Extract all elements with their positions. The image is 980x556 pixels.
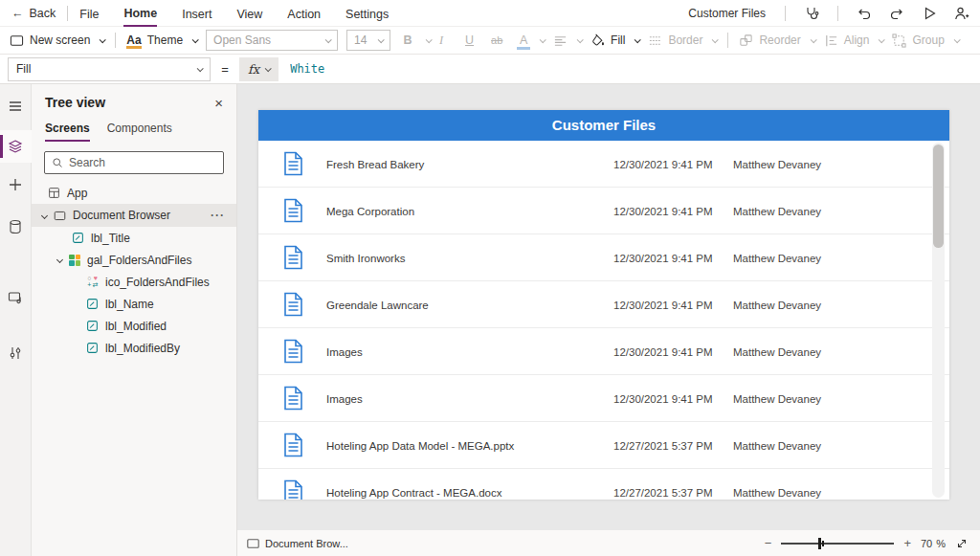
app-screen-document-browser[interactable]: Customer Files Fresh Bread Bakery 12/30/… [258,110,949,500]
font-size-select[interactable]: 14 [346,30,390,51]
gallery-row[interactable]: Images 12/30/2021 9:41 PM Matthew Devane… [258,375,949,422]
bold-icon: B [399,33,416,47]
gallery-control-icon [69,255,80,266]
border-button[interactable]: Border [648,33,717,48]
divider [67,6,68,21]
tree-item-label: ico_FoldersAndFiles [105,276,210,289]
tree-item-gal-foldersandfiles[interactable]: gal_FoldersAndFiles [32,249,236,271]
gallery-row[interactable]: Hoteling App Data Model - MEGA.pptx 12/2… [258,422,949,469]
fill-button[interactable]: Fill [590,33,639,48]
fit-to-window-icon[interactable] [955,537,969,550]
panel-tabs: Screens Components [32,116,236,143]
bold-button[interactable]: B [399,33,431,47]
chevron-down-icon [577,36,584,43]
menu-action[interactable]: Action [287,1,321,26]
fx-button[interactable]: fx [239,57,278,81]
menu-view[interactable]: View [236,1,262,26]
strikethrough-button[interactable]: ab [491,34,508,46]
preview-play-icon[interactable] [921,5,938,22]
italic-button[interactable]: I [439,33,457,48]
search-input[interactable] [69,156,216,169]
tree-item-lbl-title[interactable]: lbl_Title [32,227,236,249]
files-gallery: Fresh Bread Bakery 12/30/2021 9:41 PM Ma… [258,141,949,500]
property-select[interactable]: Fill [8,57,211,81]
theme-button[interactable]: Aa Theme [126,33,197,47]
zoom-slider[interactable] [781,543,894,545]
main-menu: File Home Insert View Action Settings [79,0,389,27]
text-align-icon [553,33,568,48]
menu-home[interactable]: Home [123,0,157,27]
tab-components[interactable]: Components [107,118,172,142]
gallery-row[interactable]: Greendale Lawncare 12/30/2021 9:41 PM Ma… [258,281,949,328]
document-icon [283,386,303,411]
new-screen-button[interactable]: New screen [10,33,104,48]
gallery-row[interactable]: Images 12/30/2021 9:41 PM Matthew Devane… [258,328,949,375]
menu-insert[interactable]: Insert [182,1,212,26]
data-sources-icon[interactable] [0,211,32,243]
reorder-icon [739,33,753,48]
tree-view-icon[interactable] [0,130,32,163]
screen-title-bar[interactable]: Customer Files [258,110,949,141]
gallery-row[interactable]: Fresh Bread Bakery 12/30/2021 9:41 PM Ma… [258,141,949,188]
scrollbar-thumb[interactable] [933,145,944,248]
file-modified: 12/27/2021 5:37 PM [613,487,713,499]
app-checker-icon[interactable] [803,5,820,22]
tree-item-lbl-modifiedby[interactable]: lbl_ModifiedBy [32,337,236,359]
hamburger-menu-icon[interactable] [0,90,32,122]
insert-plus-icon[interactable] [0,168,32,201]
document-icon [283,151,303,176]
chevron-down-icon [810,36,816,43]
text-align-button[interactable] [553,33,582,48]
zoom-level: 70 % [921,538,946,549]
zoom-slider-thumb[interactable] [818,538,821,549]
screens-tree: App Document Browser ··· lbl_Title [32,182,236,359]
tree-item-lbl-modified[interactable]: lbl_Modified [32,315,236,337]
document-icon [283,433,303,457]
workspace: Tree view × Screens Components App [0,84,980,556]
redo-icon[interactable] [888,5,905,22]
media-icon[interactable] [0,281,32,314]
tab-screens[interactable]: Screens [45,118,90,142]
current-screen-button[interactable]: Document Brow... [247,538,348,549]
chevron-down-icon [540,36,546,43]
file-modified-by: Matthew Devaney [733,346,821,358]
formula-input[interactable] [278,62,980,76]
divider [837,6,838,21]
reorder-button[interactable]: Reorder [739,33,814,48]
label-control-icon [86,342,99,354]
advanced-tools-icon[interactable] [0,337,32,369]
theme-label: Theme [147,33,183,47]
file-modified: 12/30/2021 9:41 PM [613,253,713,264]
tree-item-label: App [67,187,87,200]
font-color-button[interactable]: A [517,33,545,47]
underline-button[interactable]: U [465,33,482,47]
zoom-out-icon[interactable]: − [765,536,772,550]
share-person-icon[interactable] [953,5,970,22]
file-modified: 12/30/2021 9:41 PM [613,206,713,217]
tree-item-document-browser[interactable]: Document Browser ··· [32,204,236,227]
back-button[interactable]: ← Back [11,7,56,20]
group-label: Group [912,33,944,47]
gallery-row[interactable]: Smith Ironworks 12/30/2021 9:41 PM Matth… [258,234,949,281]
gallery-row[interactable]: Mega Corporation 12/30/2021 9:41 PM Matt… [258,188,949,234]
menu-file[interactable]: File [79,1,99,26]
search-icon [52,157,63,168]
gallery-scrollbar[interactable] [932,143,945,498]
zoom-in-icon[interactable]: + [903,536,911,550]
more-options-icon[interactable]: ··· [211,209,225,222]
undo-icon[interactable] [856,5,873,22]
tree-item-app[interactable]: App [32,182,236,204]
align-button[interactable]: Align [824,33,884,48]
gallery-row[interactable]: Hoteling App Contract - MEGA.docx 12/27/… [258,469,949,500]
document-icon [283,292,303,317]
top-right-controls: Customer Files [688,5,970,22]
file-modified-by: Matthew Devaney [733,159,821,170]
font-family-select[interactable]: Open Sans [206,30,338,51]
tree-search-box[interactable] [44,151,224,174]
tree-item-ico-foldersandfiles[interactable]: ○♥+⇄ ico_FoldersAndFiles [32,271,236,293]
formula-bar: Fill = fx [0,55,980,84]
close-icon[interactable]: × [214,96,223,110]
group-button[interactable]: Group [892,33,958,48]
menu-settings[interactable]: Settings [345,1,389,26]
tree-item-lbl-name[interactable]: lbl_Name [32,293,236,315]
